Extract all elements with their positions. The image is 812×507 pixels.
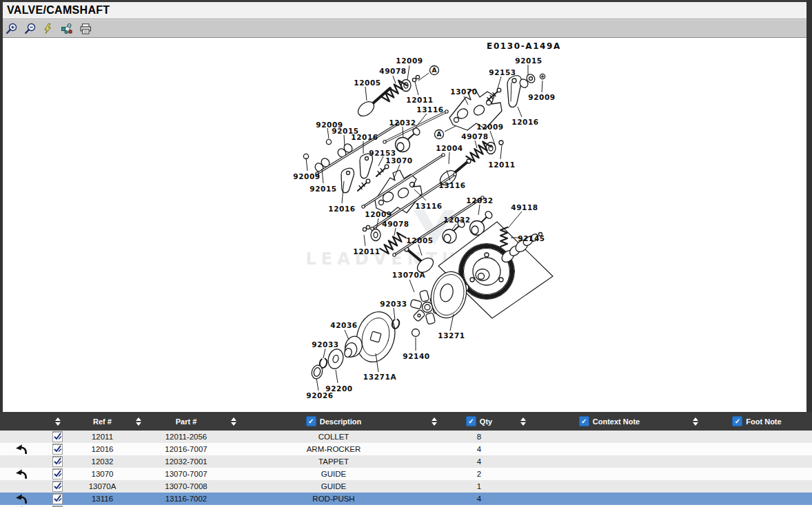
- part-number-label[interactable]: 42036: [330, 321, 358, 329]
- header-ref[interactable]: Ref #: [72, 412, 132, 431]
- row-ref-cell: 13070: [72, 468, 132, 480]
- part-number-label[interactable]: 92033: [312, 340, 339, 349]
- qty-checkbox[interactable]: [466, 416, 476, 426]
- part-number-label[interactable]: 12009: [396, 56, 423, 65]
- part-number-label[interactable]: 92009: [293, 172, 321, 180]
- zoom-out-icon: [24, 23, 36, 34]
- context-note-checkbox[interactable]: [579, 416, 589, 426]
- part-document-icon[interactable]: [52, 493, 63, 504]
- table-row[interactable]: 1311613116-7002ROD-PUSH4: [0, 493, 812, 505]
- part-number-label[interactable]: 12032: [466, 196, 494, 205]
- part-number-label[interactable]: 49078: [379, 67, 407, 75]
- row-action-cell[interactable]: [0, 493, 43, 505]
- part-document-icon[interactable]: [52, 456, 63, 467]
- part-number-label[interactable]: 12016: [351, 133, 378, 141]
- context-note-arrow-icon[interactable]: [14, 444, 28, 455]
- description-checkbox[interactable]: [306, 416, 316, 426]
- part-number-label[interactable]: 92009: [528, 93, 556, 101]
- row-part-cell: 12032-7001: [145, 455, 227, 468]
- part-number-label[interactable]: 92015: [515, 56, 542, 65]
- row-action-cell[interactable]: [0, 480, 43, 493]
- part-document-icon[interactable]: [52, 481, 63, 492]
- part-number-label[interactable]: 13271A: [363, 373, 397, 381]
- part-number-label[interactable]: 92140: [403, 352, 430, 360]
- row-doc-cell[interactable]: [43, 443, 72, 455]
- part-number-label[interactable]: 13070A: [392, 271, 426, 279]
- sort-description-column[interactable]: [427, 412, 441, 431]
- context-note-arrow-icon[interactable]: [14, 493, 28, 504]
- sort-context-column[interactable]: [689, 412, 702, 431]
- part-document-icon[interactable]: [52, 468, 63, 479]
- part-number-label[interactable]: 12011: [406, 96, 434, 104]
- part-number-label[interactable]: 12032: [443, 216, 471, 224]
- table-row[interactable]: 1203212032-7001TAPPET4: [0, 455, 812, 468]
- row-doc-cell[interactable]: [43, 431, 72, 443]
- print-button[interactable]: [79, 22, 92, 36]
- row-action-cell[interactable]: [0, 431, 43, 443]
- part-number-label[interactable]: 92033: [380, 300, 407, 308]
- table-row[interactable]: 1201112011-2056COLLET8: [0, 431, 812, 443]
- part-number-label[interactable]: 13271: [438, 331, 465, 340]
- row-action-cell[interactable]: [0, 443, 43, 455]
- part-number-label[interactable]: 49078: [461, 132, 489, 141]
- part-number-label[interactable]: 49078: [382, 220, 409, 228]
- row-doc-cell[interactable]: [43, 455, 72, 468]
- row-qty-cell: 8: [441, 431, 517, 443]
- table-row[interactable]: 13070A13070-7008GUIDE1: [0, 480, 812, 493]
- part-number-label[interactable]: 12009: [365, 210, 392, 218]
- sort-part-column[interactable]: [227, 412, 240, 431]
- hotspots-button[interactable]: [60, 22, 74, 36]
- part-number-label[interactable]: 49118: [511, 203, 538, 211]
- exploded-parts-diagram[interactable]: LEADVENTURE: [0, 39, 812, 412]
- part-number-label[interactable]: 13116: [438, 181, 466, 189]
- sort-doc-column[interactable]: [43, 412, 72, 431]
- part-document-icon[interactable]: [52, 444, 63, 455]
- header-description[interactable]: Description: [240, 412, 427, 431]
- part-number-label[interactable]: 92153: [489, 68, 516, 76]
- part-number-label[interactable]: 13116: [416, 105, 444, 114]
- row-doc-cell[interactable]: [43, 493, 72, 505]
- part-number-label[interactable]: 13070: [385, 156, 413, 165]
- part-number-label[interactable]: 12032: [389, 118, 416, 127]
- part-number-label[interactable]: 12016: [328, 205, 356, 213]
- row-doc-cell[interactable]: [43, 480, 72, 493]
- row-doc-cell[interactable]: [43, 468, 72, 480]
- printer-icon: [79, 23, 92, 34]
- quick-view-button[interactable]: [41, 22, 55, 36]
- context-note-arrow-icon[interactable]: [14, 468, 28, 479]
- row-gap: [132, 493, 145, 505]
- part-number-label[interactable]: 12016: [511, 118, 539, 126]
- foot-note-checkbox[interactable]: [732, 416, 742, 426]
- part-number-label[interactable]: 92145: [518, 234, 545, 242]
- part-number-label[interactable]: 12011: [488, 161, 516, 169]
- row-part-cell: 13070-7008: [145, 480, 227, 493]
- header-qty[interactable]: Qty: [441, 412, 517, 431]
- part-header-label: Part #: [176, 417, 197, 426]
- part-number-label[interactable]: 12005: [354, 79, 381, 87]
- part-number-label[interactable]: 13116: [415, 202, 443, 210]
- row-description-cell: ARM-ROCKER: [240, 443, 427, 455]
- sort-ref-column[interactable]: [132, 412, 145, 431]
- part-number-label[interactable]: 12005: [406, 236, 434, 245]
- zoom-in-button[interactable]: [4, 22, 18, 36]
- table-row[interactable]: 1201612016-7007ARM-ROCKER4: [0, 443, 812, 455]
- header-part[interactable]: Part #: [145, 412, 227, 431]
- row-foot-cell: [702, 468, 812, 480]
- part-number-label[interactable]: 12009: [476, 123, 504, 131]
- part-number-label[interactable]: 12011: [353, 247, 380, 256]
- part-number-label[interactable]: 92026: [306, 391, 334, 400]
- part-number-label[interactable]: 12004: [436, 144, 463, 152]
- table-row[interactable]: 1307013070-7007GUIDE2: [0, 468, 812, 480]
- header-foot-note[interactable]: Foot Note: [702, 412, 812, 431]
- part-number-label[interactable]: 92015: [309, 185, 337, 193]
- row-action-cell[interactable]: [0, 468, 43, 480]
- row-action-cell[interactable]: [0, 455, 43, 468]
- part-number-label[interactable]: 13070: [450, 87, 478, 96]
- sort-qty-column[interactable]: [517, 412, 529, 431]
- header-context-note[interactable]: Context Note: [529, 412, 689, 431]
- part-document-icon[interactable]: [52, 431, 63, 442]
- zoom-out-button[interactable]: [23, 22, 37, 36]
- row-gap: [689, 455, 702, 468]
- hotspots-icon: [61, 23, 73, 34]
- reference-marker-letter: A: [432, 67, 437, 74]
